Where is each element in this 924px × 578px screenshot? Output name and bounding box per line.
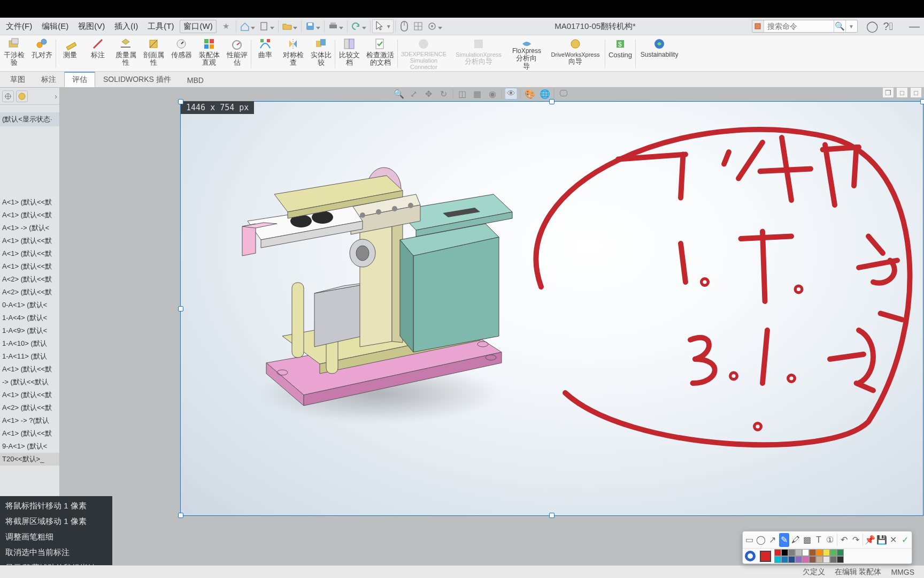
tree-item[interactable]: 1-A<11> (默认 [0, 350, 59, 363]
color-swatch[interactable] [795, 556, 802, 563]
status-units[interactable]: MMGS [891, 568, 914, 576]
tree-item[interactable]: A<2> (默认<<默 [0, 286, 59, 299]
handle-sw[interactable] [178, 513, 183, 518]
window-minimize-btn[interactable]: — [909, 20, 920, 33]
rb-perfeval[interactable]: 性能评估 [223, 36, 251, 71]
color-swatch[interactable] [823, 556, 830, 563]
snip-number-icon[interactable]: ① [825, 533, 836, 547]
tree-item[interactable]: 1-A<10> (默认 [0, 337, 59, 350]
rb-flox[interactable]: FloXpress分析向导 [507, 36, 546, 71]
snip-mosaic-icon[interactable]: ▩ [802, 533, 813, 547]
snip-text-icon[interactable]: T [813, 533, 824, 547]
snip-pen-icon[interactable]: ✎ [779, 533, 790, 547]
tree-item[interactable]: A<1> (默认<<默 [0, 427, 59, 440]
open-icon[interactable] [280, 19, 294, 33]
hud-pan-icon[interactable]: ✥ [422, 88, 435, 100]
color-swatch[interactable] [795, 549, 802, 556]
color-swatch[interactable] [837, 549, 844, 556]
color-swatch[interactable] [809, 556, 816, 563]
hud-render-icon[interactable]: 🖵 [557, 88, 570, 100]
color-swatch[interactable] [774, 556, 781, 563]
handle-n[interactable] [549, 99, 555, 104]
rb-section[interactable]: 剖面属性 [140, 36, 167, 71]
hud-display-icon[interactable]: ◉ [486, 88, 499, 100]
capture-selection[interactable]: 1446 x 754 px [180, 101, 923, 516]
tree-item[interactable]: A<1> (默认<<默 [0, 363, 59, 376]
menu-pin[interactable]: ★ [218, 19, 234, 33]
search-icon[interactable]: 🔍 [834, 20, 845, 32]
rb-costing[interactable]: $Costing [605, 36, 635, 71]
menu-view[interactable]: 视图(V) [73, 19, 110, 34]
rb-sensor[interactable]: 传感器 [167, 36, 195, 71]
hud-rotate-icon[interactable]: ↻ [437, 88, 450, 100]
tab-mbd[interactable]: MBD [179, 73, 212, 87]
undo-icon[interactable] [349, 19, 363, 33]
color-swatch[interactable] [802, 549, 809, 556]
color-swatch[interactable] [830, 549, 837, 556]
hud-zoom-icon[interactable]: 🔍 [392, 88, 405, 100]
vp-close-icon[interactable]: □ [910, 87, 922, 98]
handle-s[interactable] [549, 513, 555, 518]
user-icon[interactable]: ◯ [866, 20, 878, 33]
new-doc-icon[interactable] [257, 19, 271, 33]
tree-sphere-icon[interactable] [16, 90, 28, 102]
snip-ellipse-icon[interactable]: ◯ [756, 533, 767, 547]
vp-restore-icon[interactable]: ❐ [882, 87, 894, 98]
rb-markup[interactable]: 标注 [84, 36, 112, 71]
rb-chkactive[interactable]: 检查激活的文档 [363, 36, 397, 71]
hud-scene-icon[interactable]: 🌐 [538, 88, 551, 100]
cursor-mode[interactable]: ▼ [372, 19, 394, 33]
tree-item[interactable]: 1-A<4> (默认< [0, 311, 59, 324]
snip-save-icon[interactable]: 💾 [876, 533, 887, 547]
color-swatch[interactable] [788, 556, 795, 563]
vp-max-icon[interactable]: □ [896, 87, 908, 98]
snip-rect-icon[interactable]: ▭ [744, 533, 755, 547]
tree-item[interactable]: A<1> (默认<<默 [0, 389, 59, 401]
current-color-swatch[interactable] [760, 551, 771, 562]
rb-measure[interactable]: 测量 [56, 36, 84, 71]
snip-arrow-icon[interactable]: ↗ [767, 533, 778, 547]
tree-item[interactable]: A<1> (默认<<默 [0, 196, 59, 209]
tree-item[interactable]: A<1> (默认<<默 [0, 260, 59, 273]
snip-confirm-icon[interactable]: ✓ [899, 533, 910, 547]
gear-icon[interactable] [425, 19, 439, 33]
tree-expand-icon[interactable]: › [55, 92, 57, 101]
brush-size-dot[interactable] [745, 551, 756, 561]
color-swatch[interactable] [781, 556, 788, 563]
hud-zoomfit-icon[interactable]: ⤢ [407, 88, 420, 100]
tree-item[interactable]: A<1> (默认<<默 [0, 209, 59, 222]
hud-view-icon[interactable]: ▦ [471, 88, 484, 100]
color-swatch[interactable] [802, 556, 809, 563]
grid-icon[interactable] [411, 19, 425, 33]
tab-evaluate[interactable]: 评估 [64, 72, 95, 87]
color-swatch[interactable] [830, 556, 837, 563]
snip-pin-icon[interactable]: 📌 [865, 533, 875, 547]
tree-item[interactable]: A<1> -> (默认< [0, 222, 59, 234]
hud-eye-icon[interactable]: 👁 [505, 88, 518, 100]
rb-massprops[interactable]: 质量属性 [112, 36, 140, 71]
search-dropdown-icon[interactable]: ▼ [845, 20, 857, 32]
color-swatch[interactable] [781, 549, 788, 556]
hud-appearance-icon[interactable]: 🎨 [523, 88, 536, 100]
hud-section-icon[interactable]: ◫ [456, 88, 469, 100]
snip-redo-icon[interactable]: ↷ [851, 533, 861, 547]
handle-ne[interactable] [920, 99, 924, 104]
handle-w[interactable] [178, 306, 183, 311]
rb-symcheck[interactable]: 对称检查 [279, 36, 307, 71]
color-swatch[interactable] [816, 549, 823, 556]
save-icon[interactable] [303, 19, 317, 33]
display-state[interactable]: (默认<显示状态· [0, 112, 59, 126]
tree-item[interactable]: 0-A<1> (默认< [0, 299, 59, 311]
menu-tools[interactable]: 工具(T) [143, 19, 179, 34]
tree-filter-icon[interactable] [2, 90, 14, 102]
tree-item[interactable]: A<2> (默认<<默 [0, 401, 59, 414]
tree-item[interactable]: A<1> (默认<<默 [0, 247, 59, 260]
tab-markup[interactable]: 标注 [33, 72, 64, 87]
color-swatch[interactable] [774, 549, 781, 556]
print-icon[interactable] [326, 19, 340, 33]
graphics-viewport[interactable]: 🔍 ⤢ ✥ ↻ ◫ ▦ ◉ 👁 🎨 🌐 🖵 ❐ □ □ [60, 88, 924, 578]
tree-item[interactable]: -> (默认<<默认 [0, 376, 59, 389]
rb-curvature[interactable]: 曲率 [251, 36, 279, 71]
snip-cancel-icon[interactable]: ✕ [888, 533, 899, 547]
color-swatch[interactable] [809, 549, 816, 556]
